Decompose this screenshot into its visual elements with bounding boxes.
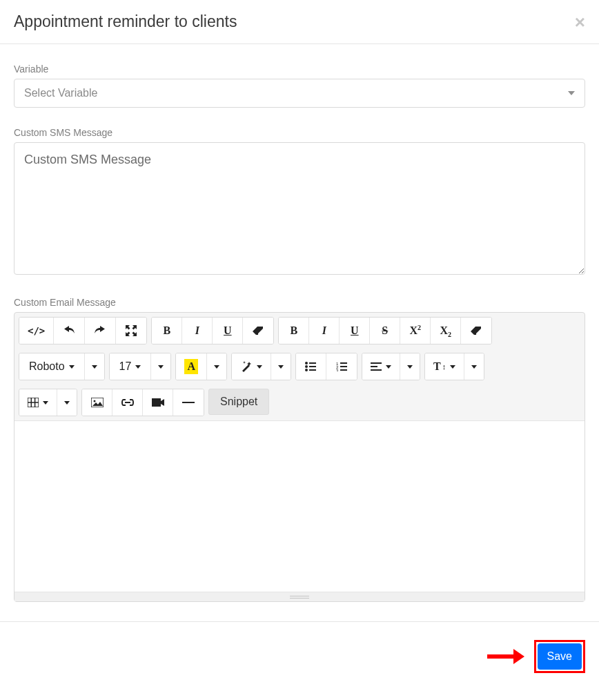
chevron-down-icon — [135, 365, 141, 369]
chevron-down-icon — [64, 401, 70, 405]
unordered-list-button[interactable] — [296, 353, 326, 380]
horizontal-rule-icon — [182, 401, 195, 404]
paragraph-align-split[interactable] — [400, 353, 420, 380]
link-icon — [121, 399, 134, 406]
chevron-down-icon — [407, 365, 413, 369]
insert-link-button[interactable] — [112, 389, 143, 416]
sms-section: Custom SMS Message — [14, 127, 585, 278]
expand-icon — [126, 325, 137, 336]
font-size-split[interactable] — [151, 353, 170, 380]
italic-button-2[interactable]: I — [309, 318, 340, 344]
email-content-area[interactable] — [14, 420, 585, 592]
bold-button[interactable]: B — [152, 318, 182, 344]
email-label: Custom Email Message — [14, 297, 585, 308]
toolbar-group-format-2: B I U S X2 X2 — [278, 317, 492, 344]
font-family-button[interactable]: Roboto — [19, 353, 85, 380]
fullscreen-button[interactable] — [116, 318, 146, 344]
italic-icon: I — [195, 324, 199, 337]
underline-button-2[interactable]: U — [340, 318, 370, 344]
eraser-icon — [252, 326, 264, 336]
svg-rect-7 — [340, 362, 347, 364]
font-color-button[interactable]: A — [176, 353, 207, 380]
insert-table-split[interactable] — [57, 389, 77, 416]
numbered-list-icon: 123 — [336, 362, 347, 371]
bullet-list-icon — [305, 362, 316, 371]
callout-arrow — [487, 649, 524, 664]
code-view-button[interactable]: </> — [19, 318, 54, 344]
underline-icon: U — [224, 324, 232, 337]
list-group: 123 — [295, 353, 357, 380]
table-group — [19, 389, 77, 416]
magic-wand-icon — [240, 360, 253, 373]
editor-toolbar-row-2: Roboto 17 A — [14, 349, 585, 385]
chevron-down-icon — [92, 365, 97, 369]
clear-format-button-2[interactable] — [461, 318, 491, 344]
redo-icon — [93, 326, 107, 336]
chevron-down-icon — [158, 365, 164, 369]
font-color-split[interactable] — [207, 353, 226, 380]
undo-icon — [62, 326, 76, 336]
variable-section: Variable Select Variable — [14, 64, 585, 108]
clear-format-button-1[interactable] — [243, 318, 273, 344]
close-button[interactable]: × — [575, 13, 585, 31]
editor-toolbar-row-3: Snippet — [14, 385, 585, 420]
chevron-down-icon — [450, 365, 455, 369]
svg-point-2 — [305, 365, 308, 368]
chevron-down-icon — [43, 401, 48, 405]
styles-split[interactable] — [271, 353, 291, 380]
italic-button[interactable]: I — [182, 318, 213, 344]
ordered-list-button[interactable]: 123 — [326, 353, 357, 380]
redo-button[interactable] — [85, 318, 116, 344]
undo-button[interactable] — [54, 318, 85, 344]
insert-image-button[interactable] — [82, 389, 112, 416]
save-highlight-box: Save — [534, 640, 585, 673]
modal-footer: Save — [0, 621, 599, 691]
chevron-down-icon — [568, 91, 575, 95]
font-size-dropdown[interactable]: 17 — [109, 353, 172, 380]
svg-rect-22 — [182, 402, 195, 403]
bold-button-2[interactable]: B — [279, 318, 309, 344]
italic-icon-2: I — [322, 324, 326, 337]
modal-container: Appointment reminder to clients × Variab… — [0, 0, 599, 691]
eraser-icon-2 — [470, 326, 482, 336]
line-height-split[interactable] — [464, 353, 484, 380]
font-family-split[interactable] — [85, 353, 104, 380]
chevron-down-icon — [69, 365, 75, 369]
chevron-down-icon — [386, 365, 391, 369]
editor-resize-handle[interactable] — [14, 592, 585, 601]
svg-rect-5 — [309, 369, 316, 371]
font-color-icon: A — [184, 359, 198, 374]
save-button[interactable]: Save — [538, 643, 582, 670]
svg-point-4 — [305, 369, 308, 371]
insert-hr-button[interactable] — [173, 389, 204, 416]
snippet-button[interactable]: Snippet — [208, 389, 269, 415]
superscript-button[interactable]: X2 — [400, 318, 431, 344]
sms-textarea[interactable] — [14, 142, 585, 275]
insert-video-button[interactable] — [143, 389, 173, 416]
font-size-button[interactable]: 17 — [110, 353, 152, 380]
variable-select[interactable]: Select Variable — [14, 79, 585, 108]
svg-rect-1 — [309, 362, 316, 364]
bold-icon-2: B — [290, 324, 297, 337]
insert-table-button[interactable] — [19, 389, 57, 416]
styles-button[interactable] — [232, 353, 271, 380]
arrow-head-icon — [513, 649, 524, 664]
subscript-button[interactable]: X2 — [431, 318, 461, 344]
svg-rect-12 — [371, 362, 382, 364]
strikethrough-button[interactable]: S — [370, 318, 400, 344]
line-height-button[interactable]: T↕ — [425, 353, 464, 380]
font-family-value: Roboto — [29, 360, 65, 373]
variable-label: Variable — [14, 64, 585, 75]
chevron-down-icon — [257, 365, 262, 369]
variable-select-placeholder: Select Variable — [24, 87, 97, 99]
superscript-icon: X2 — [410, 324, 422, 337]
arrow-line-icon — [487, 654, 513, 659]
font-size-value: 17 — [119, 360, 132, 373]
underline-button[interactable]: U — [213, 318, 243, 344]
font-family-dropdown[interactable]: Roboto — [19, 353, 105, 380]
paragraph-align-button[interactable] — [362, 353, 400, 380]
modal-title: Appointment reminder to clients — [14, 12, 237, 31]
table-icon — [28, 398, 39, 407]
bold-icon: B — [163, 324, 170, 337]
align-group — [362, 353, 420, 380]
